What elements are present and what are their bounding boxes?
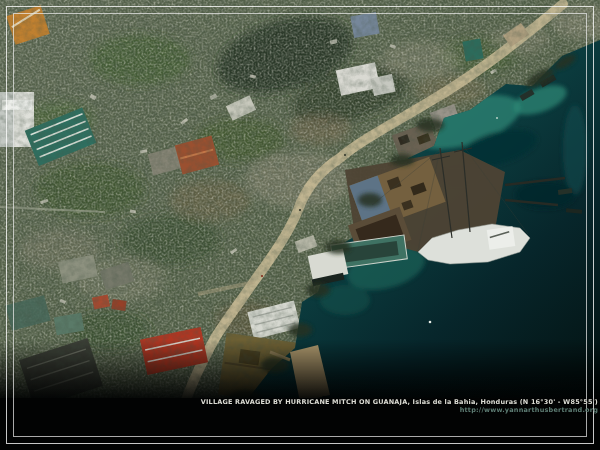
photo-caption: VILLAGE RAVAGED BY HURRICANE MITCH ON GU… <box>201 399 598 414</box>
caption-title: VILLAGE RAVAGED BY HURRICANE MITCH ON GU… <box>201 399 598 406</box>
aerial-photo <box>0 0 600 450</box>
photo-page: VILLAGE RAVAGED BY HURRICANE MITCH ON GU… <box>0 0 600 450</box>
caption-watermark-url: http://www.yannarthusbertrand.org <box>201 407 598 414</box>
